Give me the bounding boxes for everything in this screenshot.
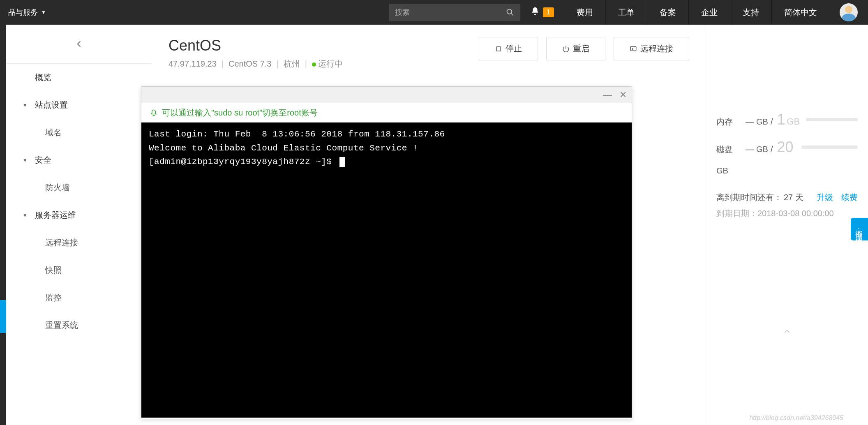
avatar[interactable] bbox=[840, 3, 858, 21]
topnav-tickets[interactable]: 工单 bbox=[606, 0, 647, 25]
notification-badge: 1 bbox=[543, 7, 554, 17]
caret-down-icon: ▼ bbox=[23, 212, 28, 218]
sidebar: 概览 ▼站点设置 域名 ▼安全 防火墙 ▼服务器运维 远程连接 快照 监控 重置… bbox=[6, 25, 152, 425]
watermark: http://blog.csdn.net/a394268045 bbox=[749, 414, 843, 422]
products-menu[interactable]: 品与服务 ▼ bbox=[0, 7, 54, 17]
sidebar-item-remote[interactable]: 远程连接 bbox=[6, 229, 152, 256]
search-input[interactable] bbox=[389, 8, 500, 17]
terminal-line: Last login: Thu Feb 8 13:06:56 2018 from… bbox=[149, 127, 624, 141]
sidebar-item-monitor[interactable]: 监控 bbox=[6, 284, 152, 312]
power-icon bbox=[562, 45, 570, 53]
terminal-hint: 可以通过输入"sudo su root"切换至root账号 bbox=[141, 103, 632, 122]
sidebar-group-ops[interactable]: ▼服务器运维 bbox=[6, 201, 152, 229]
status-dot-icon bbox=[312, 62, 316, 67]
caret-down-icon: ▼ bbox=[23, 157, 28, 163]
cursor-icon bbox=[339, 157, 345, 167]
topnav-icp[interactable]: 备案 bbox=[647, 0, 689, 25]
sidebar-group-site[interactable]: ▼站点设置 bbox=[6, 91, 152, 119]
bell-outline-icon bbox=[150, 109, 158, 117]
expiry-prefix: 离到期时间还有： bbox=[716, 192, 782, 203]
close-icon[interactable]: ✕ bbox=[619, 90, 627, 100]
top-bar: 品与服务 ▼ 1 费用 工单 备案 企业 支持 简体中文 bbox=[0, 0, 868, 25]
sidebar-item-firewall[interactable]: 防火墙 bbox=[6, 174, 152, 201]
sidebar-item-snapshot[interactable]: 快照 bbox=[6, 256, 152, 284]
terminal-body[interactable]: Last login: Thu Feb 8 13:06:56 2018 from… bbox=[141, 122, 632, 418]
stop-button[interactable]: 停止 bbox=[479, 37, 538, 60]
topnav-support[interactable]: 支持 bbox=[730, 0, 772, 25]
left-rail bbox=[0, 25, 6, 425]
bell-icon bbox=[531, 7, 540, 18]
left-rail-indicator bbox=[0, 300, 6, 333]
svg-rect-4 bbox=[630, 46, 636, 51]
instance-ip: 47.97.119.23 bbox=[169, 59, 217, 69]
terminal-line: Welcome to Alibaba Cloud Elastic Compute… bbox=[149, 141, 624, 155]
search-icon bbox=[506, 8, 514, 16]
topnav-language[interactable]: 简体中文 bbox=[772, 0, 829, 25]
disk-bar bbox=[801, 146, 858, 149]
feedback-tab[interactable]: 咨询·建议 bbox=[851, 218, 868, 240]
terminal-prompt: [admin@izbp13yrqy193y8yajh872z ~]$ bbox=[149, 155, 624, 169]
right-panel: 内存 — GB / 1 GB 磁盘 — GB / 20 GB 离到期时间还有： … bbox=[706, 25, 868, 425]
svg-rect-2 bbox=[496, 46, 501, 51]
terminal-titlebar[interactable]: — ✕ bbox=[141, 87, 632, 103]
instance-status: 运行中 bbox=[318, 59, 343, 68]
collapse-panel[interactable] bbox=[716, 326, 858, 337]
topnav-enterprise[interactable]: 企业 bbox=[689, 0, 730, 25]
chevron-left-icon bbox=[75, 38, 83, 50]
notifications[interactable]: 1 bbox=[520, 7, 564, 18]
terminal-icon bbox=[630, 45, 637, 53]
remote-button[interactable]: 远程连接 bbox=[614, 37, 689, 60]
expiry-date-label: 到期日期： bbox=[716, 209, 757, 218]
disk-stat: 磁盘 — GB / 20 bbox=[716, 139, 858, 156]
memory-stat: 内存 — GB / 1 GB bbox=[716, 111, 858, 128]
instance-os: CentOS 7.3 bbox=[229, 59, 272, 69]
instance-region: 杭州 bbox=[284, 58, 300, 69]
restart-button[interactable]: 重启 bbox=[546, 37, 605, 60]
svg-line-1 bbox=[511, 14, 513, 16]
search-box bbox=[389, 4, 520, 21]
products-label: 品与服务 bbox=[8, 7, 38, 17]
expiry-days: 27 天 bbox=[784, 192, 803, 203]
upgrade-link[interactable]: 升级 bbox=[817, 192, 833, 203]
sidebar-group-security[interactable]: ▼安全 bbox=[6, 146, 152, 174]
terminal-window: — ✕ 可以通过输入"sudo su root"切换至root账号 Last l… bbox=[141, 86, 632, 419]
sidebar-overview[interactable]: 概览 bbox=[6, 64, 152, 91]
minimize-icon[interactable]: — bbox=[603, 90, 612, 100]
back-button[interactable] bbox=[6, 25, 152, 64]
memory-bar bbox=[806, 118, 858, 121]
chevron-up-icon bbox=[781, 328, 793, 335]
page-meta: 47.97.119.23 | CentOS 7.3 | 杭州 | 运行中 bbox=[169, 58, 343, 69]
search-button[interactable] bbox=[500, 4, 520, 21]
caret-down-icon: ▼ bbox=[23, 102, 28, 108]
sidebar-item-domain[interactable]: 域名 bbox=[6, 119, 152, 146]
stop-icon bbox=[495, 45, 502, 53]
renew-link[interactable]: 续费 bbox=[841, 192, 858, 203]
topnav-billing[interactable]: 费用 bbox=[564, 0, 606, 25]
expiry-date-value: 2018-03-08 00:00:00 bbox=[757, 209, 834, 218]
page-title: CentOS bbox=[169, 37, 343, 54]
disk-unit-line: GB bbox=[716, 166, 858, 176]
svg-point-0 bbox=[507, 9, 512, 14]
sidebar-item-reset[interactable]: 重置系统 bbox=[6, 312, 152, 339]
chevron-down-icon: ▼ bbox=[41, 9, 46, 15]
